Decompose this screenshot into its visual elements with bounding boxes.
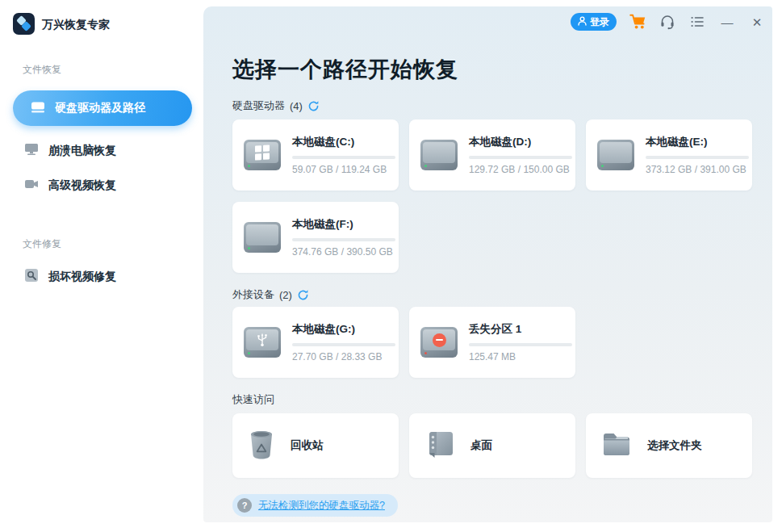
drive-name: 丢失分区 1: [469, 322, 564, 337]
menu-list-icon[interactable]: [688, 13, 706, 31]
folder-icon: [600, 430, 633, 461]
sidebar-item-hard-drives[interactable]: 硬盘驱动器及路径: [13, 90, 192, 126]
usage-bar: [292, 156, 395, 159]
sidebar-section-file-recovery: 文件恢复: [23, 63, 61, 77]
drive-size: 125.47 MB: [469, 351, 564, 362]
hard-drive-icon: [244, 140, 281, 170]
drive-card-e[interactable]: 本地磁盘(E:) 373.12 GB / 391.00 GB: [586, 119, 752, 191]
refresh-icon[interactable]: [307, 100, 320, 112]
drive-name: 本地磁盘(C:): [292, 135, 387, 149]
windows-logo-icon: [255, 145, 270, 160]
drive-card-f[interactable]: 本地磁盘(F:) 374.76 GB / 390.50 GB: [232, 202, 399, 273]
external-devices-section-label: 外接设备 (2): [232, 287, 309, 302]
sidebar-item-label: 损坏视频修复: [48, 270, 116, 284]
repair-magnifier-icon: [24, 268, 39, 286]
app-title: 万兴恢复专家: [42, 18, 110, 32]
quick-access-label: 桌面: [470, 438, 492, 453]
hard-drive-cards-row-1: 本地磁盘(C:) 59.07 GB / 119.24 GB 本地磁盘(D:) 1…: [232, 119, 752, 191]
crashed-computer-icon: [24, 142, 39, 159]
refresh-icon[interactable]: [297, 289, 309, 301]
recycle-bin-card[interactable]: 回收站: [232, 413, 399, 478]
support-headset-icon[interactable]: [659, 13, 676, 31]
cannot-detect-drive-link[interactable]: 无法检测到您的硬盘驱动器?: [258, 499, 385, 513]
drive-card-d[interactable]: 本地磁盘(D:) 129.72 GB / 150.00 GB: [409, 119, 575, 191]
sidebar-item-label: 硬盘驱动器及路径: [55, 101, 145, 115]
desktop-card[interactable]: 桌面: [409, 413, 575, 478]
hard-drive-icon: [597, 140, 634, 170]
app-logo-icon: [13, 13, 35, 35]
sidebar-item-crashed-computer[interactable]: 崩溃电脑恢复: [24, 142, 116, 159]
hard-drive-icon: [31, 100, 45, 117]
sidebar-item-video-repair[interactable]: 损坏视频修复: [24, 268, 116, 286]
drive-size: 129.72 GB / 150.00 GB: [469, 164, 564, 175]
help-link-pill[interactable]: ? 无法检测到您的硬盘驱动器?: [232, 494, 398, 517]
recycle-bin-icon: [247, 428, 276, 463]
external-devices-count: (2): [279, 289, 292, 301]
external-device-cards-row: 本地磁盘(G:) 27.70 GB / 28.33 GB 丢失分区 1 125.…: [232, 307, 575, 378]
usage-bar: [292, 238, 395, 241]
drive-size: 373.12 GB / 391.00 GB: [646, 164, 741, 175]
drive-card-g[interactable]: 本地磁盘(G:) 27.70 GB / 28.33 GB: [232, 307, 399, 378]
usb-drive-icon: [244, 327, 281, 358]
user-icon: [578, 16, 587, 28]
hard-drives-section-label: 硬盘驱动器 (4): [232, 98, 320, 113]
usage-bar: [292, 343, 395, 346]
usage-bar: [469, 156, 572, 159]
quick-access-section-label: 快速访问: [232, 392, 274, 407]
hard-drives-count: (4): [290, 100, 303, 112]
sidebar-item-advanced-video[interactable]: 高级视频恢复: [24, 178, 116, 194]
recoverit-window: 万兴恢复专家 文件恢复 硬盘驱动器及路径 崩溃电脑恢复 高级视频恢复 文件修复 …: [0, 0, 782, 532]
drive-name: 本地磁盘(D:): [469, 135, 564, 149]
sidebar-item-label: 崩溃电脑恢复: [48, 144, 116, 158]
hard-drive-icon: [244, 222, 281, 253]
main-panel: 登录 — ✕ 选择一个路径开始恢复 硬盘驱动器 (4): [203, 6, 772, 522]
quick-access-label: 回收站: [291, 438, 324, 453]
hard-drive-cards-row-2: 本地磁盘(F:) 374.76 GB / 390.50 GB: [232, 202, 399, 273]
drive-size: 27.70 GB / 28.33 GB: [292, 351, 387, 362]
usage-bar: [646, 156, 749, 159]
quick-access-label: 选择文件夹: [647, 438, 702, 453]
drive-name: 本地磁盘(E:): [646, 135, 741, 149]
desktop-icon: [424, 429, 456, 463]
drive-card-c[interactable]: 本地磁盘(C:) 59.07 GB / 119.24 GB: [232, 119, 399, 191]
cart-icon[interactable]: [629, 13, 646, 31]
window-controls: 登录 — ✕: [571, 11, 766, 32]
select-folder-card[interactable]: 选择文件夹: [586, 413, 752, 478]
drive-size: 59.07 GB / 119.24 GB: [292, 164, 387, 175]
close-icon[interactable]: ✕: [748, 13, 766, 31]
usage-bar: [469, 343, 572, 346]
hard-drive-icon: [420, 140, 458, 170]
quick-access-cards-row: 回收站 桌面: [232, 413, 752, 478]
login-button-label: 登录: [590, 15, 609, 29]
minimize-icon[interactable]: —: [718, 13, 736, 31]
sidebar-item-label: 高级视频恢复: [48, 178, 116, 193]
drive-name: 本地磁盘(F:): [292, 217, 387, 232]
drive-size: 374.76 GB / 390.50 GB: [292, 246, 387, 258]
video-camera-icon: [24, 178, 39, 194]
sidebar-section-file-repair: 文件修复: [23, 237, 61, 251]
drive-name: 本地磁盘(G:): [292, 322, 387, 337]
lost-partition-card[interactable]: 丢失分区 1 125.47 MB: [409, 307, 575, 378]
page-title: 选择一个路径开始恢复: [232, 55, 458, 84]
question-icon: ?: [237, 498, 252, 513]
login-button[interactable]: 登录: [571, 13, 617, 31]
lost-partition-icon: [420, 327, 458, 358]
